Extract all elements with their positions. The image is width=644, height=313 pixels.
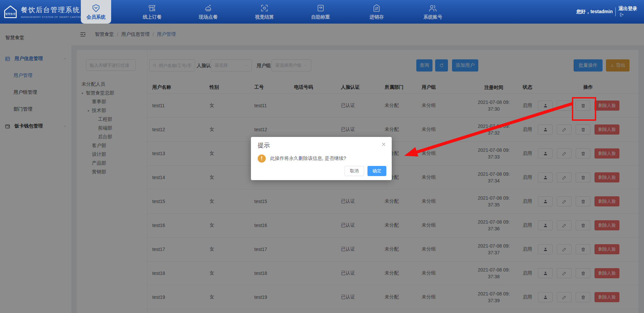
logout-button[interactable]: 退出登录 — [618, 5, 640, 18]
nav-item-label: 现场点餐 — [199, 14, 218, 20]
visual-checkout-icon — [260, 4, 269, 12]
dialog-title: 提示 — [258, 141, 270, 149]
nav-item-self-weigh[interactable]: 自助称重 — [305, 0, 336, 24]
nav-item-online-order[interactable]: 线上订餐 — [137, 0, 167, 24]
warning-icon: ! — [258, 154, 266, 163]
nav-item-label: 自助称重 — [311, 14, 330, 20]
online-order-icon — [148, 4, 157, 12]
onsite-order-icon — [204, 4, 213, 12]
user-area: 您好，testadmin 退出登录 — [574, 0, 640, 24]
dialog-message: 此操作将永久删除该信息, 是否继续? — [270, 155, 346, 162]
svg-text:智慧食堂: 智慧食堂 — [5, 12, 16, 16]
brand: 智慧食堂 餐饮后台管理系统 MANAGEMENT SYSTEM OF SMART… — [3, 0, 83, 24]
nav-item-label: 进销存 — [369, 14, 384, 20]
nav-item-label: 视觉结算 — [255, 14, 274, 20]
nav-item-label: 会员系统 — [87, 14, 105, 20]
brand-text: 餐饮后台管理系统 MANAGEMENT SYSTEM OF SMART CANT… — [21, 5, 83, 19]
nav-item-membership[interactable]: 会员系统 — [81, 0, 111, 24]
cancel-button[interactable]: 取消 — [345, 166, 364, 176]
confirm-button[interactable]: 确定 — [367, 166, 386, 176]
confirm-dialog: 提示 ! 此操作将永久删除该信息, 是否继续? 取消 确定 — [251, 137, 392, 180]
system-account-icon — [428, 4, 437, 12]
nav-item-inventory[interactable]: 进销存 — [361, 0, 392, 24]
canteen-logo-icon: 智慧食堂 — [3, 5, 18, 19]
top-nav: 智慧食堂 餐饮后台管理系统 MANAGEMENT SYSTEM OF SMART… — [0, 0, 644, 24]
user-greeting: 您好，testadmin — [576, 9, 613, 15]
inventory-icon — [372, 4, 381, 12]
nav-menu: 会员系统线上订餐现场点餐视觉结算自助称重进销存系统账号 — [81, 0, 448, 24]
app-subtitle: MANAGEMENT SYSTEM OF SMART CANTEEN — [21, 16, 83, 19]
logout-icon — [619, 12, 624, 17]
nav-item-visual-checkout[interactable]: 视觉结算 — [249, 0, 280, 24]
nav-item-label: 线上订餐 — [143, 14, 162, 20]
membership-icon — [92, 4, 100, 12]
self-weigh-icon — [316, 4, 325, 12]
close-icon[interactable] — [381, 142, 386, 147]
logout-label: 退出登录 — [618, 6, 637, 11]
dialog-body: ! 此操作将永久删除该信息, 是否继续? — [258, 154, 386, 163]
nav-item-label: 系统账号 — [423, 14, 442, 20]
nav-item-onsite-order[interactable]: 现场点餐 — [193, 0, 223, 24]
nav-item-system-account[interactable]: 系统账号 — [418, 0, 448, 24]
app-title: 餐饮后台管理系统 — [21, 5, 83, 15]
dialog-footer: 取消 确定 — [345, 166, 386, 176]
divider — [615, 7, 616, 16]
